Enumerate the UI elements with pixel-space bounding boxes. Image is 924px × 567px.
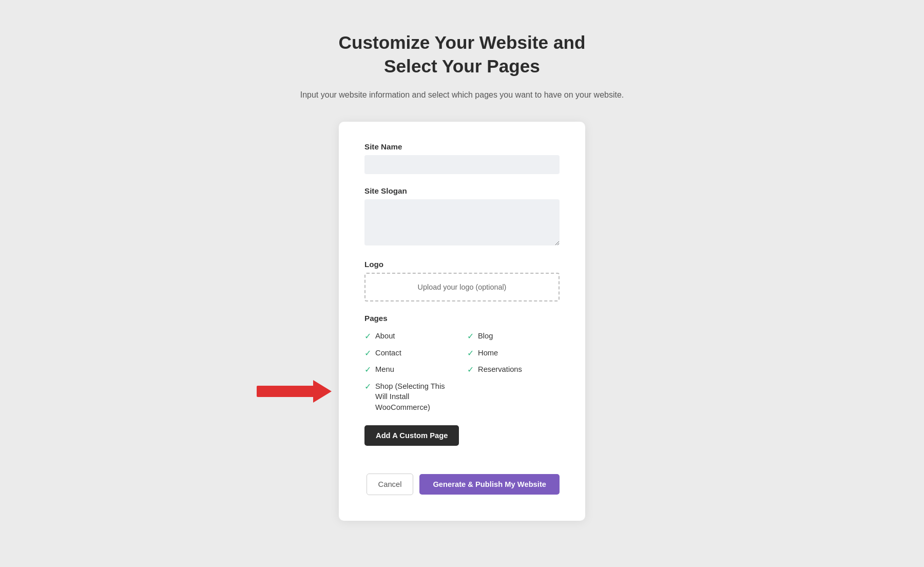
logo-label: Logo (364, 260, 560, 269)
pages-label: Pages (364, 314, 560, 323)
check-icon-blog: ✓ (467, 331, 474, 341)
red-arrow (257, 380, 332, 403)
page-label-blog: Blog (478, 331, 493, 342)
site-slogan-label: Site Slogan (364, 186, 560, 195)
footer-actions: Cancel Generate & Publish My Website (364, 474, 560, 495)
arrow-annotation (257, 380, 332, 403)
page-label-menu: Menu (375, 364, 394, 375)
logo-upload-box[interactable]: Upload your logo (optional) (364, 273, 560, 301)
site-slogan-field-group: Site Slogan (364, 186, 560, 248)
check-icon-menu: ✓ (364, 365, 371, 374)
page-item-reservations[interactable]: ✓ Reservations (467, 364, 560, 375)
logo-field-group: Logo Upload your logo (optional) (364, 260, 560, 301)
page-label-reservations: Reservations (478, 364, 522, 375)
page-label-about: About (375, 331, 395, 342)
site-name-label: Site Name (364, 142, 560, 151)
check-icon-home: ✓ (467, 348, 474, 358)
page-label-home: Home (478, 348, 498, 358)
page-item-menu[interactable]: ✓ Menu (364, 364, 457, 375)
site-name-field-group: Site Name (364, 142, 560, 174)
page-title: Customize Your Website and Select Your P… (339, 31, 586, 78)
check-icon-about: ✓ (364, 331, 371, 341)
page-wrapper: Customize Your Website and Select Your P… (231, 31, 693, 521)
publish-button[interactable]: Generate & Publish My Website (419, 474, 560, 495)
pages-field-group: Pages ✓ About ✓ Blog ✓ Contact (364, 314, 560, 461)
site-slogan-input[interactable] (364, 199, 560, 245)
page-subtitle: Input your website information and selec… (300, 88, 624, 102)
cancel-button[interactable]: Cancel (367, 474, 414, 495)
page-item-home[interactable]: ✓ Home (467, 348, 560, 358)
page-item-blog[interactable]: ✓ Blog (467, 331, 560, 342)
form-card: Site Name Site Slogan Logo Upload your l… (339, 122, 585, 521)
pages-grid: ✓ About ✓ Blog ✓ Contact ✓ Home (364, 331, 560, 413)
check-icon-shop: ✓ (364, 382, 371, 391)
site-name-input[interactable] (364, 155, 560, 174)
check-icon-contact: ✓ (364, 348, 371, 358)
page-label-shop: Shop (Selecting This Will Install WooCom… (375, 381, 457, 413)
page-item-shop[interactable]: ✓ Shop (Selecting This Will Install WooC… (364, 381, 457, 413)
page-item-contact[interactable]: ✓ Contact (364, 348, 457, 358)
page-label-contact: Contact (375, 348, 401, 358)
check-icon-reservations: ✓ (467, 365, 474, 374)
page-item-about[interactable]: ✓ About (364, 331, 457, 342)
logo-upload-text: Upload your logo (optional) (418, 283, 507, 291)
add-custom-page-button[interactable]: Add A Custom Page (364, 425, 459, 446)
